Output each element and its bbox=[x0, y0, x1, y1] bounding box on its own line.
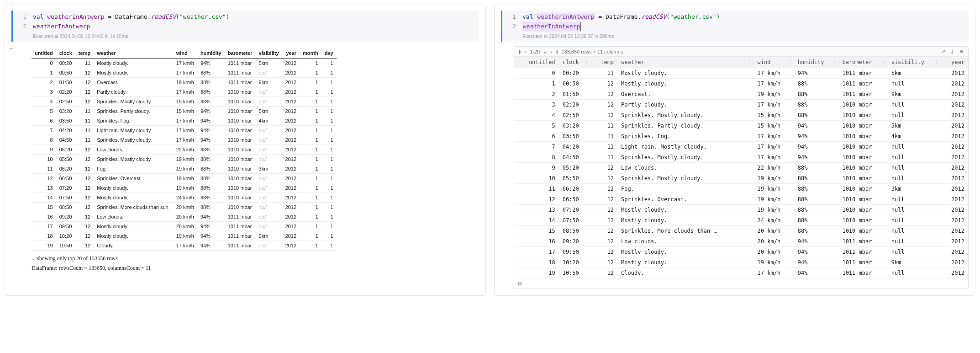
cell[interactable]: 8 bbox=[514, 152, 559, 163]
cell[interactable]: 20 km/h bbox=[754, 226, 794, 236]
first-page-icon[interactable]: |‹ bbox=[519, 49, 522, 54]
cell[interactable]: 2012 bbox=[941, 142, 968, 152]
table-row[interactable]: 1307:2012Mostly cloudy.19 km/h88%1010 mb… bbox=[514, 205, 968, 215]
table-row[interactable]: 1810:2012Mostly cloudy.19 km/h94%1011 mb… bbox=[514, 257, 968, 268]
cell[interactable]: 88% bbox=[794, 100, 839, 110]
cell[interactable]: 12 bbox=[590, 79, 617, 89]
cell[interactable]: 13 bbox=[514, 205, 559, 215]
cell[interactable]: 04:20 bbox=[559, 142, 590, 152]
cell[interactable]: 1011 mbar bbox=[838, 79, 887, 89]
cell[interactable]: 15 km/h bbox=[754, 121, 794, 131]
table-row[interactable]: 1005:5012Sprinkles. Mostly cloudy.19 km/… bbox=[514, 173, 968, 184]
cell[interactable]: 03:20 bbox=[559, 121, 590, 131]
column-header[interactable]: year bbox=[282, 48, 300, 59]
cell[interactable]: 88% bbox=[794, 215, 839, 226]
cell[interactable]: 10:20 bbox=[559, 257, 590, 268]
cell[interactable]: 17 km/h bbox=[754, 142, 794, 152]
cell[interactable]: 1011 mbar bbox=[838, 257, 887, 268]
cell[interactable]: 1 bbox=[514, 79, 559, 89]
cell[interactable]: 1011 mbar bbox=[838, 236, 887, 247]
cell[interactable]: 2012 bbox=[941, 194, 968, 205]
cell[interactable]: 12 bbox=[590, 268, 617, 278]
page-range[interactable]: 1-20 bbox=[530, 49, 540, 54]
cell[interactable]: Mostly cloudy. bbox=[617, 68, 754, 79]
cell[interactable]: 5km bbox=[888, 68, 941, 79]
settings-gear-icon[interactable]: ⊕ bbox=[959, 48, 964, 54]
next-page-icon[interactable]: › bbox=[550, 49, 552, 54]
cell[interactable]: 1011 mbar bbox=[838, 68, 887, 79]
cell[interactable]: 17 km/h bbox=[754, 131, 794, 142]
table-row[interactable]: 905:2012Low clouds.22 km/h88%1010 mbarnu… bbox=[514, 163, 968, 173]
cell[interactable]: 94% bbox=[794, 68, 839, 79]
table-row[interactable]: 1910:5012Cloudy.17 km/h94%1011 mbarnull2… bbox=[514, 268, 968, 278]
cell[interactable]: 19 km/h bbox=[754, 205, 794, 215]
cell[interactable]: 1010 mbar bbox=[838, 163, 887, 173]
column-header[interactable]: wind bbox=[173, 48, 197, 59]
cell[interactable]: 9km bbox=[888, 89, 941, 100]
cell[interactable]: Sprinkles. Mostly cloudy. bbox=[617, 152, 754, 163]
cell[interactable]: 07:20 bbox=[559, 205, 590, 215]
cell[interactable]: 09:20 bbox=[559, 236, 590, 247]
table-row[interactable]: 603:5011Sprinkles. Fog.17 km/h94%1010 mb… bbox=[514, 131, 968, 142]
cell[interactable]: 1010 mbar bbox=[838, 121, 887, 131]
cell[interactable]: 1011 mbar bbox=[838, 89, 887, 100]
table-row[interactable]: 201:5012Overcast.19 km/h88%1011 mbar9km2… bbox=[514, 89, 968, 100]
cell[interactable]: 94% bbox=[794, 247, 839, 257]
last-page-icon[interactable]: ›| bbox=[555, 49, 558, 54]
cell[interactable]: 9km bbox=[888, 257, 941, 268]
cell[interactable]: 94% bbox=[794, 257, 839, 268]
cell[interactable]: 02:50 bbox=[559, 110, 590, 121]
table-row[interactable]: 1709:5012Mostly cloudy.20 km/h94%1011 mb… bbox=[514, 247, 968, 257]
cell[interactable]: 12 bbox=[590, 236, 617, 247]
cell[interactable]: 1010 mbar bbox=[838, 131, 887, 142]
cell[interactable]: 22 km/h bbox=[754, 163, 794, 173]
cell[interactable]: 12 bbox=[590, 173, 617, 184]
cell[interactable]: 1010 mbar bbox=[838, 152, 887, 163]
cell[interactable]: 88% bbox=[794, 226, 839, 236]
cell[interactable]: 1010 mbar bbox=[838, 142, 887, 152]
cell[interactable]: Sprinkles. Mostly cloudy. bbox=[617, 110, 754, 121]
cell[interactable]: 88% bbox=[794, 110, 839, 121]
cell[interactable]: 12 bbox=[590, 184, 617, 194]
cell[interactable]: 1010 mbar bbox=[838, 226, 887, 236]
column-header[interactable]: temp bbox=[75, 48, 94, 59]
cell[interactable]: 1010 mbar bbox=[838, 100, 887, 110]
code-cell-right[interactable]: 1 val weatherInAntwerp = DataFrame.readC… bbox=[501, 11, 969, 42]
column-header[interactable]: visibility⋮ bbox=[888, 57, 941, 68]
column-header[interactable]: clock⋮ bbox=[559, 57, 590, 68]
cell[interactable]: null bbox=[888, 142, 941, 152]
table-row[interactable]: 804:5011Sprinkles. Mostly cloudy.17 km/h… bbox=[514, 152, 968, 163]
column-header[interactable]: temp⋮ bbox=[590, 57, 617, 68]
table-row[interactable]: 000:2011Mostly cloudy.17 km/h94%1011 mba… bbox=[514, 68, 968, 79]
cell[interactable]: Low clouds. bbox=[617, 163, 754, 173]
cell[interactable]: 14 bbox=[514, 215, 559, 226]
cell[interactable]: 2012 bbox=[941, 205, 968, 215]
column-header[interactable]: barometer bbox=[225, 48, 256, 59]
cell[interactable]: 04:50 bbox=[559, 152, 590, 163]
cell[interactable]: null bbox=[888, 152, 941, 163]
cell[interactable]: null bbox=[888, 194, 941, 205]
cell[interactable]: 2012 bbox=[941, 268, 968, 278]
cell[interactable]: 9 bbox=[514, 163, 559, 173]
cell[interactable]: 18 bbox=[514, 257, 559, 268]
cell[interactable]: 2012 bbox=[941, 215, 968, 226]
cell[interactable]: 11 bbox=[590, 121, 617, 131]
cell[interactable]: 19 km/h bbox=[754, 173, 794, 184]
column-header[interactable]: humidity bbox=[197, 48, 225, 59]
cell[interactable]: 2 bbox=[514, 89, 559, 100]
cell[interactable]: 2012 bbox=[941, 89, 968, 100]
table-row[interactable]: 704:2011Light rain. Mostly cloudy.17 km/… bbox=[514, 142, 968, 152]
cell[interactable]: 00:20 bbox=[559, 68, 590, 79]
cell[interactable]: 17 km/h bbox=[754, 100, 794, 110]
cell[interactable]: null bbox=[888, 173, 941, 184]
cell[interactable]: 17 km/h bbox=[754, 152, 794, 163]
cell[interactable]: 19 km/h bbox=[754, 257, 794, 268]
cell[interactable]: 19 km/h bbox=[754, 89, 794, 100]
cell[interactable]: 2012 bbox=[941, 184, 968, 194]
cell[interactable]: 2012 bbox=[941, 257, 968, 268]
cell[interactable]: 10:50 bbox=[559, 268, 590, 278]
cell[interactable]: Overcast. bbox=[617, 89, 754, 100]
cell[interactable]: 11 bbox=[590, 68, 617, 79]
cell[interactable]: Low clouds. bbox=[617, 236, 754, 247]
cell[interactable]: 12 bbox=[590, 215, 617, 226]
